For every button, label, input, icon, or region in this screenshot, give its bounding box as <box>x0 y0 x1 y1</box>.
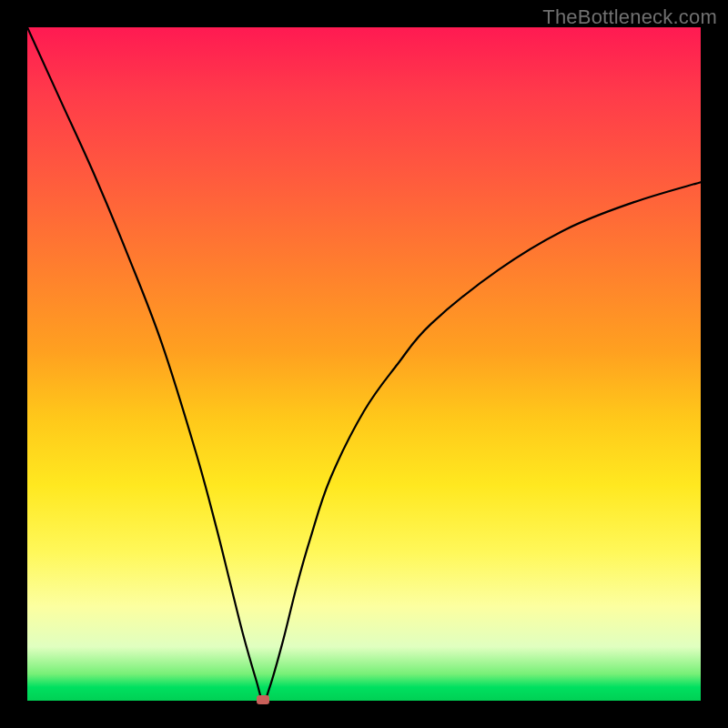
bottleneck-curve <box>27 27 701 701</box>
chart-frame: TheBottleneck.com <box>0 0 728 728</box>
watermark-text: TheBottleneck.com <box>542 5 717 29</box>
optimum-marker <box>257 695 269 704</box>
curve-svg <box>27 27 701 701</box>
plot-area <box>27 27 701 701</box>
